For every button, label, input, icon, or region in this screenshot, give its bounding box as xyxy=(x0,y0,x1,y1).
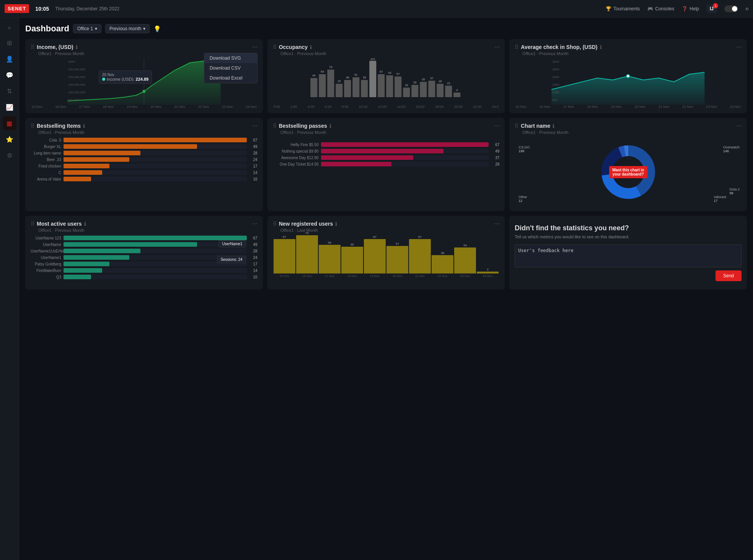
occupancy-info-icon: ℹ xyxy=(310,44,312,50)
svg-text:28: 28 xyxy=(438,80,442,83)
cn-menu-btn[interactable]: ··· xyxy=(737,122,742,129)
sidebar-item-analytics[interactable]: 📈 xyxy=(3,100,16,114)
bar-fill xyxy=(64,236,247,240)
bar-fill xyxy=(321,155,413,160)
income-title: Income, (USD) xyxy=(37,44,73,50)
sidebar-item-grid[interactable]: ⊞ xyxy=(3,36,16,50)
svg-rect-20 xyxy=(361,80,368,97)
sidebar-item-chat[interactable]: 💬 xyxy=(3,68,16,82)
svg-text:57: 57 xyxy=(396,72,400,76)
feedback-sub: Tell us which metrics you would like to … xyxy=(515,234,742,239)
bsi-header: ⠿ Bestselling Items ℹ ··· xyxy=(31,122,258,129)
chevron-down-icon-period: ▾ xyxy=(143,26,145,31)
download-csv-btn[interactable]: Download CSV xyxy=(204,63,257,73)
ma-menu-btn[interactable]: ··· xyxy=(252,220,257,227)
page-title: Dashboard xyxy=(25,24,69,34)
list-item: Q3 10 xyxy=(31,275,258,279)
logout-btn[interactable]: ⎋ xyxy=(746,6,748,11)
tournaments-nav[interactable]: 🏆 Tournaments xyxy=(606,6,640,11)
office-select[interactable]: Office 1 ▾ xyxy=(73,24,101,33)
sidebar-item-settings[interactable]: ⚙ xyxy=(3,148,16,162)
svg-text:51: 51 xyxy=(354,73,358,77)
svg-text:2000: 2000 xyxy=(553,75,559,79)
svg-rect-16 xyxy=(344,80,351,97)
income-menu-btn[interactable]: ··· xyxy=(252,44,257,50)
list-item: UserName 123 67 xyxy=(31,236,258,240)
sidebar-item-favorites[interactable]: ⭐ xyxy=(3,132,16,146)
income-card-header: ⠿ Income, (USD) ℹ ··· xyxy=(31,44,258,50)
svg-point-1 xyxy=(142,90,145,93)
list-item: UserName1 24 Sessions: 24 xyxy=(31,255,258,260)
svg-text:3000: 3000 xyxy=(553,60,559,63)
download-excel-btn[interactable]: Download Excel xyxy=(204,73,257,83)
sidebar-item-users[interactable]: 👤 xyxy=(3,52,16,66)
bsi-sub: Office1 · Previous Month xyxy=(38,130,258,135)
collapse-btn[interactable]: » xyxy=(5,21,14,34)
user-avatar[interactable]: IJ 1 xyxy=(707,5,717,13)
row-2: ⠿ Bestselling Items ℹ ··· Office1 · Prev… xyxy=(25,118,747,211)
console-icon: 🎮 xyxy=(647,6,653,11)
bsp-sub: Office1 · Previous Month xyxy=(280,130,500,135)
bar-fill xyxy=(64,151,140,155)
help-nav[interactable]: ❓ Help xyxy=(682,6,699,11)
nu-menu-btn[interactable]: ··· xyxy=(494,220,499,227)
income-card: ⠿ Income, (USD) ℹ ··· Office1 · Previous… xyxy=(25,39,263,113)
consoles-nav[interactable]: 🎮 Consoles xyxy=(647,6,674,11)
bsp-info-icon: ℹ xyxy=(329,123,331,129)
bar-fill xyxy=(64,164,109,168)
svg-text:26: 26 xyxy=(413,81,417,84)
bar-fill xyxy=(64,242,197,247)
avg-header: ⠿ Average check in Shop, (USD) ℹ ··· xyxy=(515,44,742,50)
svg-rect-8 xyxy=(310,78,317,97)
download-svg-btn[interactable]: Download SVG xyxy=(204,53,257,63)
income-info-icon: ℹ xyxy=(76,44,78,50)
svg-text:67: 67 xyxy=(380,70,383,73)
occupancy-sub: Office1 · Previous Month xyxy=(280,51,500,56)
svg-text:79: 79 xyxy=(329,65,332,69)
send-button[interactable]: Send xyxy=(716,270,742,281)
donut-popup: Want this chart in your dashboard? xyxy=(609,166,647,178)
drag-handle-ma: ⠿ xyxy=(31,221,34,227)
drag-handle: ⠿ xyxy=(31,44,34,50)
sidebar: » ⊞ 👤 💬 ⇅ 📈 ▦ ⭐ ⚙ xyxy=(0,18,19,560)
sidebar-item-transfer[interactable]: ⇅ xyxy=(3,84,16,98)
feedback-card: Didn't find the statistics you need? Tel… xyxy=(509,216,747,290)
chevron-down-icon: ▾ xyxy=(95,26,97,31)
avg-info-icon: ℹ xyxy=(600,44,602,50)
avg-sub: Office1 · Previous Month xyxy=(522,51,742,56)
date: Thursday, December 25th 2022 xyxy=(55,6,119,11)
feedback-textarea[interactable]: User's feedback here xyxy=(515,244,742,267)
svg-rect-36 xyxy=(428,81,435,97)
svg-rect-14 xyxy=(336,84,342,97)
sessions-tooltip: Sessions: 24 xyxy=(217,256,246,263)
occupancy-menu-btn[interactable]: ··· xyxy=(494,44,499,50)
nu-header: ⠿ New registered users ℹ ··· xyxy=(273,220,500,227)
svg-text:1500: 1500 xyxy=(553,83,559,86)
nu-chart: 67 15 Nov 79 16 Nov 59 17 Nov xyxy=(273,236,500,278)
logo: SENET xyxy=(5,4,29,13)
theme-toggle[interactable] xyxy=(724,5,738,12)
svg-rect-24 xyxy=(378,74,385,97)
svg-rect-18 xyxy=(352,77,359,97)
bestselling-items-card: ⠿ Bestselling Items ℹ ··· Office1 · Prev… xyxy=(25,118,263,211)
svg-text:3000: 3000 xyxy=(68,60,75,63)
sidebar-item-dashboard[interactable]: ▦ xyxy=(3,116,16,130)
bsp-menu-btn[interactable]: ··· xyxy=(494,122,499,129)
bar-fill xyxy=(321,162,391,166)
user-tooltip: UserName1 xyxy=(218,240,246,247)
svg-text:18: 18 xyxy=(405,83,408,87)
cn-info-icon: ℹ xyxy=(553,123,554,129)
avg-menu-btn[interactable]: ··· xyxy=(737,44,742,50)
period-select[interactable]: Previous month ▾ xyxy=(105,24,150,33)
bsi-title: Bestselling Items xyxy=(37,123,81,129)
bar-fill xyxy=(321,142,489,147)
svg-text:59: 59 xyxy=(321,70,324,73)
bsi-menu-btn[interactable]: ··· xyxy=(252,122,257,129)
main-content: Dashboard Office 1 ▾ Previous month ▾ 💡 … xyxy=(19,18,753,560)
bar-fill xyxy=(64,177,91,181)
svg-rect-30 xyxy=(403,88,410,97)
svg-rect-12 xyxy=(327,70,334,97)
svg-text:43: 43 xyxy=(388,71,391,75)
svg-text:45: 45 xyxy=(312,74,316,77)
bsp-bars: Hefty Fine $5.50 67 Nothing special $9.8… xyxy=(273,142,500,166)
